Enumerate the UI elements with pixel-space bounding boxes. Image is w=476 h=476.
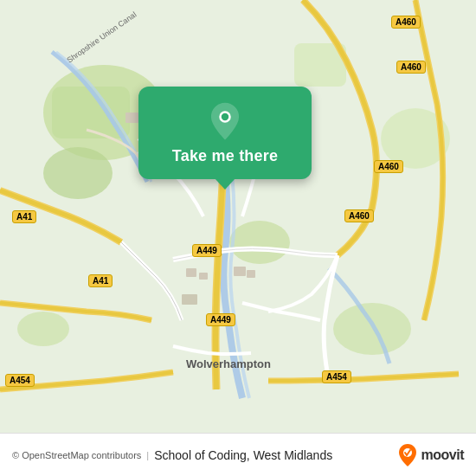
svg-point-4 <box>229 221 290 264</box>
info-bar: © OpenStreetMap contributors | School of… <box>0 433 476 476</box>
place-name: School of Coding <box>154 448 247 462</box>
separator: | <box>146 450 149 460</box>
location-info-text: School of Coding, West Midlands <box>154 448 332 462</box>
road-badge-a460-1: A460 <box>391 16 421 29</box>
svg-rect-12 <box>199 273 208 280</box>
info-left: © OpenStreetMap contributors | School of… <box>12 448 332 462</box>
svg-text:Wolverhampton: Wolverhampton <box>186 357 271 370</box>
svg-point-19 <box>222 113 228 120</box>
road-badge-a449-1: A449 <box>192 244 222 257</box>
road-badge-a449-2: A449 <box>206 313 235 326</box>
comma-separator: , <box>247 448 254 462</box>
svg-rect-16 <box>125 113 138 123</box>
popup-label: Take me there <box>172 147 278 165</box>
road-badge-a460-4: A460 <box>344 209 374 222</box>
svg-rect-14 <box>247 270 255 278</box>
svg-rect-13 <box>234 267 246 276</box>
svg-point-2 <box>43 147 113 199</box>
svg-rect-15 <box>182 294 197 305</box>
road-badge-a460-3: A460 <box>374 160 403 173</box>
road-badge-a454-right: A454 <box>322 370 351 383</box>
attribution-text: © OpenStreetMap contributors <box>12 450 141 460</box>
svg-point-5 <box>333 303 411 355</box>
svg-rect-11 <box>186 268 196 277</box>
location-pin-icon <box>206 102 244 140</box>
road-badge-a460-2: A460 <box>396 61 426 74</box>
moovit-logo: moovit <box>397 443 464 467</box>
road-badge-a454-left: A454 <box>5 374 35 387</box>
moovit-pin-icon <box>397 443 418 467</box>
moovit-brand-text: moovit <box>421 447 464 463</box>
road-badge-a41-2: A41 <box>88 274 113 287</box>
take-me-there-popup[interactable]: Take me there <box>138 87 312 179</box>
svg-point-7 <box>17 312 69 346</box>
region-name: West Midlands <box>254 448 333 462</box>
map-container: Wolverhampton Shropshire Union Canal A46… <box>0 0 476 433</box>
road-badge-a41-1: A41 <box>12 210 36 223</box>
